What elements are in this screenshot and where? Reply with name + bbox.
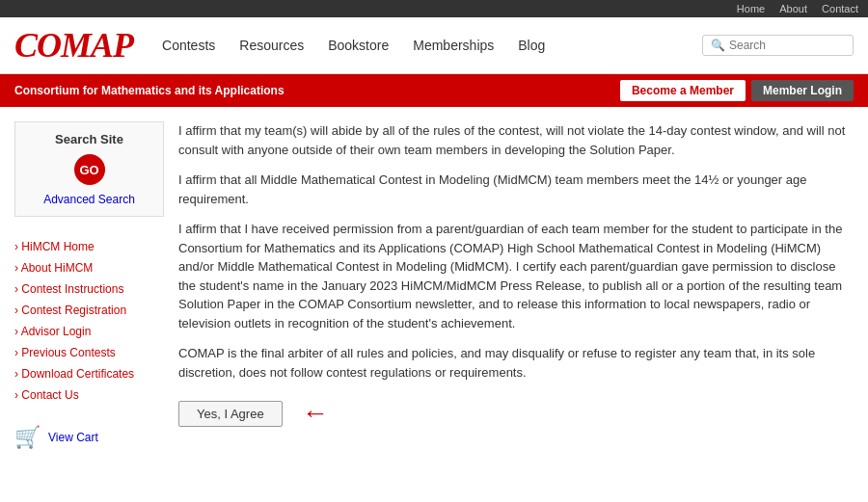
search-site-title: Search Site	[25, 132, 153, 146]
sidebar-himcm-home-link[interactable]: HiMCM Home	[14, 240, 164, 253]
agree-container: Yes, I Agree ←	[178, 393, 854, 434]
logo[interactable]: COMAP	[14, 25, 133, 66]
sidebar-item-himcm-home: HiMCM Home	[14, 236, 164, 257]
sidebar-advisor-login-link[interactable]: Advisor Login	[14, 325, 164, 338]
banner-tagline: Consortium for Mathematics and its Appli…	[14, 84, 620, 97]
nav-bookstore[interactable]: Bookstore	[328, 38, 389, 53]
search-box: 🔍	[702, 35, 854, 56]
nav-contests[interactable]: Contests	[162, 38, 215, 53]
advanced-search-link[interactable]: Advanced Search	[25, 193, 153, 206]
nav-blog[interactable]: Blog	[518, 38, 545, 53]
member-login-button[interactable]: Member Login	[751, 80, 854, 101]
affirm-para-4: COMAP is the final arbiter of all rules …	[178, 344, 854, 382]
sidebar-item-download-certificates: Download Certificates	[14, 363, 164, 384]
arrow-icon: ←	[302, 393, 329, 434]
sidebar-item-contact-us: Contact Us	[14, 384, 164, 406]
top-bar: Home About Contact	[0, 0, 868, 17]
sidebar-item-contest-registration: Contest Registration	[14, 300, 164, 321]
sidebar-download-certificates-link[interactable]: Download Certificates	[14, 367, 164, 381]
topbar-about-link[interactable]: About	[779, 3, 807, 14]
go-button[interactable]: GO	[74, 154, 105, 185]
main-nav: Contests Resources Bookstore Memberships…	[162, 35, 854, 56]
sidebar-contest-registration-link[interactable]: Contest Registration	[14, 304, 164, 317]
search-site-box: Search Site GO Advanced Search	[14, 121, 164, 217]
view-cart: 🛒 View Cart	[14, 425, 164, 450]
sidebar-contact-us-link[interactable]: Contact Us	[14, 388, 164, 402]
sidebar-item-contest-instructions: Contest Instructions	[14, 278, 164, 300]
main-content: I affirm that my team(s) will abide by a…	[178, 121, 854, 450]
affirm-para-1: I affirm that my team(s) will abide by a…	[178, 121, 854, 159]
sidebar-previous-contests-link[interactable]: Previous Contests	[14, 346, 164, 359]
become-member-button[interactable]: Become a Member	[620, 80, 746, 101]
nav-memberships[interactable]: Memberships	[413, 38, 494, 53]
red-banner: Consortium for Mathematics and its Appli…	[0, 74, 868, 107]
sidebar-nav: HiMCM Home About HiMCM Contest Instructi…	[14, 236, 164, 406]
sidebar-item-advisor-login: Advisor Login	[14, 321, 164, 342]
view-cart-link[interactable]: View Cart	[48, 431, 98, 444]
yes-agree-button[interactable]: Yes, I Agree	[178, 401, 283, 427]
affirm-para-3: I affirm that I have received permission…	[178, 220, 854, 332]
sidebar-contest-instructions-link[interactable]: Contest Instructions	[14, 282, 164, 296]
header: COMAP Contests Resources Bookstore Membe…	[0, 17, 868, 74]
sidebar-item-about-himcm: About HiMCM	[14, 257, 164, 278]
cart-icon: 🛒	[14, 425, 41, 450]
sidebar-item-previous-contests: Previous Contests	[14, 342, 164, 363]
content-wrapper: Search Site GO Advanced Search HiMCM Hom…	[0, 107, 868, 464]
search-icon: 🔍	[711, 39, 725, 52]
sidebar-about-himcm-link[interactable]: About HiMCM	[14, 261, 164, 275]
topbar-home-link[interactable]: Home	[737, 3, 765, 14]
search-input[interactable]	[729, 39, 845, 52]
sidebar: Search Site GO Advanced Search HiMCM Hom…	[14, 121, 164, 450]
logo-text: COMAP	[14, 25, 133, 66]
topbar-contact-link[interactable]: Contact	[822, 3, 858, 14]
nav-resources[interactable]: Resources	[239, 38, 304, 53]
affirm-para-2: I affirm that all Middle Mathematical Co…	[178, 171, 854, 208]
